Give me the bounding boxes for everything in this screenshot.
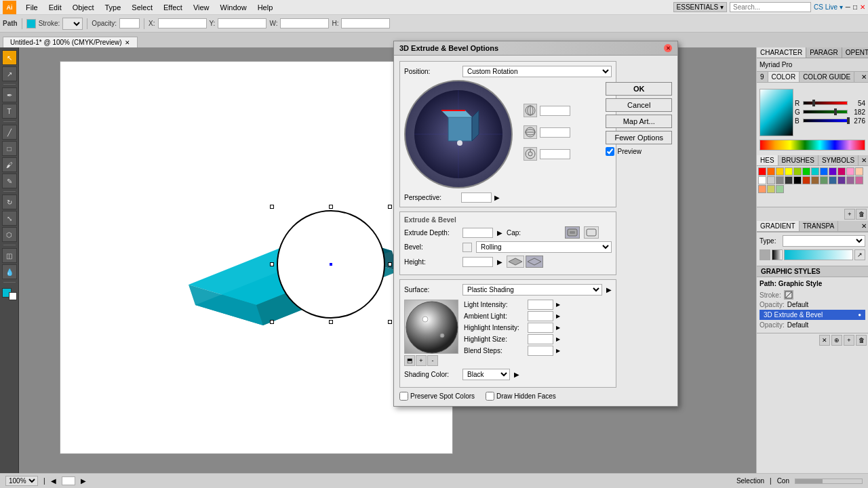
angle1-input[interactable]: -8° [540, 106, 570, 116]
scale-tool[interactable]: ⤡ [2, 211, 17, 226]
tab-hes[interactable]: HES [757, 155, 778, 165]
menu-view[interactable]: View [188, 2, 215, 13]
highlight-intensity-input[interactable]: 60% [528, 323, 553, 333]
swatch[interactable] [793, 167, 802, 176]
clear-appearance-btn[interactable]: ✕ [819, 335, 830, 346]
menu-type[interactable]: Type [100, 2, 127, 13]
page-next[interactable]: ▶ [81, 477, 86, 485]
blend-steps-arrow[interactable]: ▶ [556, 348, 560, 354]
pen-tool[interactable]: ✒ [2, 87, 17, 102]
tab-character[interactable]: CHARACTER [757, 47, 806, 58]
swatch[interactable] [846, 176, 854, 184]
menu-select[interactable]: Select [126, 2, 158, 13]
light-del-btn[interactable]: - [427, 355, 438, 366]
color-strip[interactable] [760, 140, 865, 150]
tab-symbols[interactable]: SYMBOLS [818, 155, 859, 165]
map-art-button[interactable]: Map Art... [606, 115, 672, 128]
swatch[interactable] [776, 176, 784, 184]
swatch[interactable] [767, 185, 775, 193]
h-input[interactable]: 135.371 px [341, 18, 390, 28]
swatch[interactable] [855, 176, 863, 184]
swatch[interactable] [829, 167, 837, 176]
r-slider[interactable] [803, 101, 848, 105]
preserve-spot-checkbox[interactable] [399, 392, 408, 401]
y-input[interactable]: 313.624 px [218, 18, 267, 28]
zoom-select[interactable]: 100% [5, 476, 38, 486]
swatch[interactable] [785, 176, 793, 184]
tab-gradient[interactable]: GRADIENT [757, 221, 800, 231]
cs-live-label[interactable]: CS Live ▾ [814, 3, 843, 11]
swatch[interactable] [820, 176, 828, 184]
window-restore[interactable]: □ [853, 3, 857, 11]
swatch[interactable] [837, 176, 846, 184]
swatch[interactable] [802, 176, 810, 184]
extrude-depth-input[interactable]: 35 pt [462, 228, 493, 238]
swatch[interactable] [846, 167, 854, 176]
eyedropper-tool[interactable]: 💧 [2, 264, 17, 279]
page-prev[interactable]: ◀ [51, 477, 56, 485]
stroke-select[interactable] [62, 18, 83, 30]
fill-color[interactable] [26, 19, 36, 28]
height-arrow[interactable]: ▶ [497, 258, 502, 266]
light-add-btn[interactable]: + [416, 355, 427, 366]
swatch[interactable] [785, 167, 793, 176]
select-tool[interactable]: ↖ [2, 50, 17, 65]
blend-tool[interactable]: ⬡ [2, 227, 17, 242]
height-inward[interactable] [507, 256, 524, 268]
blend-steps-input[interactable]: 25 [528, 346, 553, 356]
b-thumb[interactable] [847, 117, 850, 124]
shading-color-arrow[interactable]: ▶ [514, 371, 519, 378]
doc-tab[interactable]: Untitled-1* @ 100% (CMYK/Preview) ✕ [3, 37, 138, 47]
cap-btn-off[interactable] [584, 226, 599, 239]
r-thumb[interactable] [812, 100, 815, 106]
swatch[interactable] [758, 185, 766, 193]
tab-color-guide[interactable]: COLOR GUIDE [800, 72, 854, 82]
swatch[interactable] [767, 176, 775, 184]
swatch[interactable] [837, 167, 846, 176]
swatch[interactable] [855, 167, 863, 176]
handle-ml[interactable] [270, 262, 274, 266]
gradient-icon-1[interactable] [760, 249, 770, 260]
gradient-angle[interactable]: ↗ [854, 249, 865, 260]
height-outward[interactable] [526, 256, 543, 268]
highlight-size-input[interactable]: 90% [528, 334, 553, 344]
menu-file[interactable]: File [20, 2, 43, 13]
swatch[interactable] [811, 167, 819, 176]
highlight-size-arrow[interactable]: ▶ [556, 336, 560, 342]
preview-checkbox[interactable] [606, 147, 614, 156]
g-slider[interactable] [803, 110, 848, 114]
window-close[interactable]: ✕ [860, 3, 865, 11]
dialog-title-bar[interactable]: 3D Extrude & Bevel Options ✕ [394, 41, 677, 56]
tab-color[interactable]: COLOR [768, 72, 800, 82]
swatch[interactable] [829, 176, 837, 184]
tab-brushes[interactable]: BRUSHES [778, 155, 818, 165]
tab-opentype[interactable]: OPENTY [842, 47, 868, 58]
light-preview[interactable] [404, 300, 458, 354]
angle2-icon[interactable] [524, 125, 537, 139]
tab-transparency[interactable]: TRANSPA [800, 221, 839, 231]
gradient-icon-2[interactable] [772, 249, 783, 260]
swatch[interactable] [758, 167, 766, 176]
gradient-close[interactable]: ✕ [860, 221, 868, 231]
cancel-button[interactable]: Cancel [606, 98, 672, 112]
tab-close[interactable]: ✕ [125, 39, 130, 46]
pencil-tool[interactable]: ✎ [2, 174, 17, 188]
background-color[interactable] [9, 292, 17, 300]
b-slider[interactable] [803, 119, 848, 123]
height-input[interactable]: 4 pt [462, 257, 493, 267]
angle3-icon[interactable] [524, 147, 537, 161]
effect-item[interactable]: 3D Extrude & Bevel ● [760, 310, 865, 320]
rect-tool[interactable]: □ [2, 141, 17, 156]
ok-button[interactable]: OK [606, 82, 672, 96]
swatch[interactable] [811, 176, 819, 184]
swatch[interactable] [793, 176, 802, 184]
menu-help[interactable]: Help [252, 2, 279, 13]
menu-object[interactable]: Object [67, 2, 100, 13]
angle3-input[interactable]: 15° [540, 149, 570, 159]
angle1-icon[interactable] [524, 104, 537, 117]
delete-appearance-btn[interactable]: 🗑 [856, 335, 867, 346]
fewer-options-button[interactable]: Fewer Options [606, 131, 672, 144]
gradient-tool[interactable]: ◫ [2, 248, 17, 263]
menu-window[interactable]: Window [215, 2, 252, 13]
handle-bm[interactable] [329, 320, 333, 324]
